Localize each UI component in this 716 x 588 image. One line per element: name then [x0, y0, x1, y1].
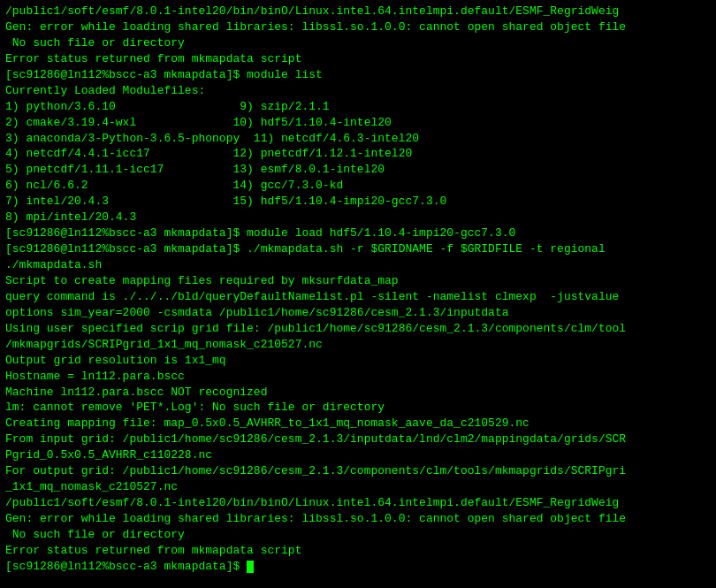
terminal-line: [sc91286@ln112%bscc-a3 mkmapdata]$ ./mkm… [5, 241, 711, 257]
terminal-line: [sc91286@ln112%bscc-a3 mkmapdata]$ modul… [5, 225, 711, 241]
terminal-line: Machine ln112.para.bscc NOT recognized [5, 385, 711, 401]
terminal-line: Using user specified scrip grid file: /p… [5, 321, 711, 337]
terminal-line: 2) cmake/3.19.4-wxl 10) hdf5/1.10.4-inte… [5, 115, 711, 131]
terminal-line: 6) ncl/6.6.2 14) gcc/7.3.0-kd [5, 178, 711, 194]
terminal-line: 8) mpi/intel/20.4.3 [5, 210, 711, 225]
terminal-line: Error status returned from mkmapdata scr… [5, 543, 711, 559]
terminal-line: 5) pnetcdf/1.11.1-icc17 13) esmf/8.0.1-i… [5, 162, 711, 178]
terminal-line: Hostname = ln112.para.bscc [5, 369, 711, 385]
terminal-line: lm: cannot remove 'PET*.Log': No such fi… [5, 400, 711, 416]
terminal-cursor [247, 561, 254, 573]
terminal-line: Creating mapping file: map_0.5x0.5_AVHRR… [5, 416, 711, 431]
terminal-line: Error status returned from mkmapdata scr… [5, 51, 711, 67]
terminal-line: 7) intel/20.4.3 15) hdf5/1.10.4-impi20-g… [5, 194, 711, 210]
terminal-line: No such file or directory [5, 527, 711, 543]
terminal-line: options sim_year=2000 -csmdata /public1/… [5, 305, 711, 321]
terminal-line: [sc91286@ln112%bscc-a3 mkmapdata]$ [5, 559, 711, 575]
terminal-line: Gen: error while loading shared librarie… [5, 511, 711, 527]
terminal-line: Output grid resolution is 1x1_mq [5, 353, 711, 369]
terminal-line: Pgrid_0.5x0.5_AVHRR_c110228.nc [5, 447, 711, 463]
terminal-line: 1) python/3.6.10 9) szip/2.1.1 [5, 99, 711, 115]
terminal-line: Gen: error while loading shared librarie… [5, 19, 711, 35]
terminal-line: Script to create mapping files required … [5, 273, 711, 289]
terminal-line: /public1/soft/esmf/8.0.1-intel20/bin/bin… [5, 4, 711, 19]
terminal-window: /public1/soft/esmf/8.0.1-intel20/bin/bin… [0, 0, 716, 588]
terminal-line: From input grid: /public1/home/sc91286/c… [5, 431, 711, 447]
terminal-line: For output grid: /public1/home/sc91286/c… [5, 463, 711, 479]
terminal-line: _1x1_mq_nomask_c210527.nc [5, 479, 711, 495]
terminal-line: /public1/soft/esmf/8.0.1-intel20/bin/bin… [5, 495, 711, 511]
terminal-line: Currently Loaded Modulefiles: [5, 83, 711, 99]
terminal-line: [sc91286@ln112%bscc-a3 mkmapdata]$ modul… [5, 67, 711, 83]
terminal-line: query command is ./../../bld/queryDefaul… [5, 289, 711, 305]
terminal-line: No such file or directory [5, 35, 711, 51]
terminal-line: 4) netcdf/4.4.1-icc17 12) pnetcdf/1.12.1… [5, 146, 711, 162]
terminal-line: ./mkmapdata.sh [5, 257, 711, 273]
terminal-line: 3) anaconda/3-Python-3.6.5-phonopy 11) n… [5, 131, 711, 147]
terminal-line: /mkmapgrids/SCRIPgrid_1x1_mq_nomask_c210… [5, 337, 711, 353]
